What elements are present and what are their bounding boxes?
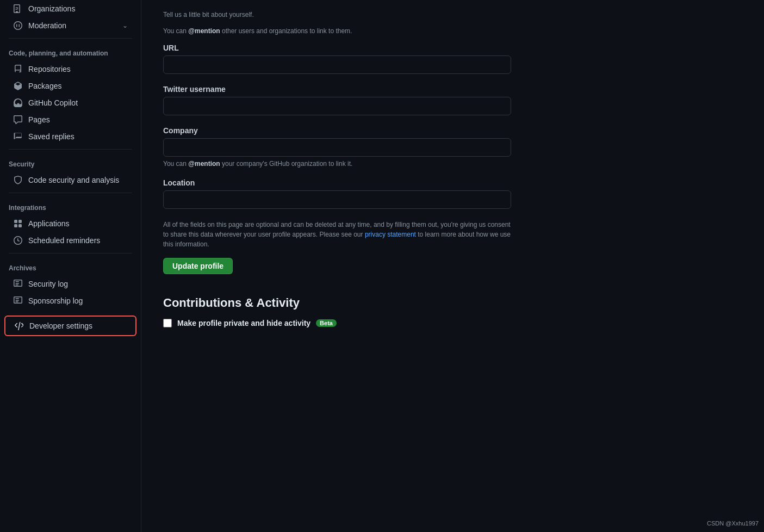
- sidebar-item-pages-label: Pages: [28, 115, 128, 124]
- sidebar-divider-3: [9, 193, 132, 193]
- sidebar-divider-2: [9, 149, 132, 150]
- sidebar-item-sponsorship-log[interactable]: Sponsorship log: [4, 293, 136, 309]
- sidebar-item-scheduled-reminders-label: Scheduled reminders: [28, 236, 128, 245]
- shield-icon: [13, 175, 23, 185]
- sidebar-item-moderation[interactable]: Moderation ⌄: [4, 17, 136, 34]
- chevron-down-icon: ⌄: [122, 22, 128, 29]
- clock-icon: [13, 236, 23, 245]
- sidebar-item-security-log[interactable]: Security log: [4, 276, 136, 292]
- url-label: URL: [163, 44, 511, 52]
- profile-form: Tell us a little bit about yourself. You…: [163, 11, 511, 327]
- section-label-archives: Archives: [0, 258, 141, 275]
- make-private-label: Make profile private and hide activity: [177, 319, 310, 327]
- sidebar-item-sponsorship-log-label: Sponsorship log: [28, 296, 128, 305]
- make-private-checkbox[interactable]: [163, 319, 172, 327]
- sponsorship-log-icon: [13, 296, 23, 306]
- copilot-icon: [13, 98, 23, 108]
- sidebar-item-organizations-label: Organizations: [28, 4, 128, 13]
- update-profile-button[interactable]: Update profile: [163, 258, 233, 274]
- company-label: Company: [163, 126, 511, 135]
- apps-icon: [13, 219, 23, 228]
- org-icon: [13, 4, 23, 14]
- pages-icon: [13, 115, 23, 125]
- sidebar-item-moderation-label: Moderation: [28, 21, 117, 30]
- sidebar: Organizations Moderation ⌄ Code, plannin…: [0, 0, 141, 532]
- beta-badge: Beta: [316, 319, 337, 327]
- sidebar-item-organizations[interactable]: Organizations: [4, 1, 136, 17]
- sidebar-item-saved-replies-label: Saved replies: [28, 132, 128, 141]
- twitter-field-group: Twitter username: [163, 85, 511, 115]
- privacy-note: All of the fields on this page are optio…: [163, 220, 511, 249]
- location-field-group: Location: [163, 178, 511, 209]
- bio-mention-hint: You can @mention other users and organiz…: [163, 27, 511, 35]
- sidebar-item-pages[interactable]: Pages: [4, 112, 136, 128]
- sidebar-item-developer-settings[interactable]: Developer settings: [4, 316, 136, 336]
- sidebar-item-scheduled-reminders[interactable]: Scheduled reminders: [4, 232, 136, 249]
- sidebar-item-copilot[interactable]: GitHub Copilot: [4, 95, 136, 111]
- sidebar-divider-4: [9, 253, 132, 253]
- bio-hint: Tell us a little bit about yourself.: [163, 11, 511, 18]
- repo-icon: [13, 64, 23, 74]
- sidebar-item-packages-label: Packages: [28, 82, 128, 90]
- packages-icon: [13, 81, 23, 91]
- sidebar-item-applications[interactable]: Applications: [4, 215, 136, 232]
- twitter-input[interactable]: [163, 97, 511, 115]
- section-label-security: Security: [0, 154, 141, 171]
- company-field-group: Company You can @mention your company's …: [163, 126, 511, 168]
- contributions-title: Contributions & Activity: [163, 296, 511, 310]
- saved-replies-icon: [13, 132, 23, 141]
- code-icon: [14, 321, 24, 331]
- sidebar-item-code-security[interactable]: Code security and analysis: [4, 172, 136, 188]
- moderation-icon: [13, 21, 23, 30]
- sidebar-item-developer-settings-label: Developer settings: [29, 321, 127, 330]
- bio-mention-marker: @mention: [188, 27, 220, 35]
- bio-hint-text: Tell us a little bit about yourself.: [163, 11, 254, 18]
- sidebar-item-copilot-label: GitHub Copilot: [28, 98, 128, 107]
- sidebar-divider-1: [9, 38, 132, 39]
- privacy-statement-link[interactable]: privacy statement: [365, 231, 416, 238]
- sidebar-item-saved-replies[interactable]: Saved replies: [4, 128, 136, 145]
- contributions-section: Contributions & Activity Make profile pr…: [163, 296, 511, 327]
- sidebar-item-code-security-label: Code security and analysis: [28, 176, 128, 184]
- security-log-icon: [13, 279, 23, 289]
- company-hint: You can @mention your company's GitHub o…: [163, 160, 511, 168]
- url-input[interactable]: [163, 55, 511, 74]
- main-content: Tell us a little bit about yourself. You…: [141, 0, 764, 532]
- location-input[interactable]: [163, 190, 511, 209]
- location-label: Location: [163, 178, 511, 187]
- sidebar-item-packages[interactable]: Packages: [4, 78, 136, 94]
- sidebar-item-security-log-label: Security log: [28, 280, 128, 288]
- company-mention-marker: @mention: [188, 160, 220, 168]
- sidebar-item-applications-label: Applications: [28, 219, 128, 228]
- section-label-integrations: Integrations: [0, 197, 141, 215]
- make-private-row: Make profile private and hide activity B…: [163, 319, 511, 327]
- section-label-code: Code, planning, and automation: [0, 43, 141, 60]
- sidebar-item-repositories[interactable]: Repositories: [4, 61, 136, 77]
- watermark: CSDN @Xxhu1997: [707, 520, 759, 527]
- twitter-label: Twitter username: [163, 85, 511, 94]
- sidebar-item-repositories-label: Repositories: [28, 65, 128, 73]
- company-input[interactable]: [163, 138, 511, 157]
- url-field-group: URL: [163, 44, 511, 74]
